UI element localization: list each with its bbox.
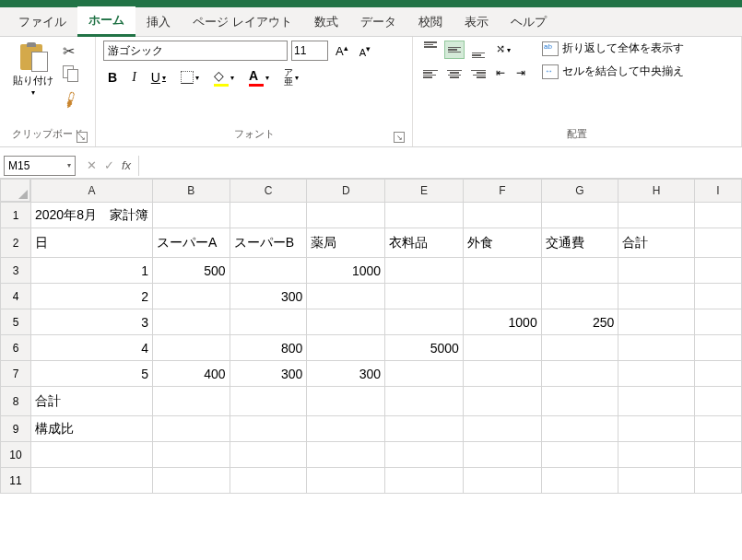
cell-B3[interactable]: 500 xyxy=(152,258,230,284)
cell-G10[interactable] xyxy=(541,442,618,468)
cell-B7[interactable]: 400 xyxy=(152,361,230,387)
cell-F3[interactable] xyxy=(463,258,541,284)
col-header-B[interactable]: B xyxy=(152,180,230,203)
select-all-button[interactable] xyxy=(1,180,30,202)
cell-C3[interactable] xyxy=(230,258,307,284)
col-header-F[interactable]: F xyxy=(463,180,541,203)
decrease-indent-button[interactable]: ⇤ xyxy=(492,64,509,83)
row-header-6[interactable]: 6 xyxy=(1,335,31,361)
cell-I7[interactable] xyxy=(694,361,741,387)
font-name-select[interactable] xyxy=(103,41,288,61)
cell-H2[interactable]: 合計 xyxy=(618,228,694,258)
cell-D6[interactable] xyxy=(307,335,385,361)
shrink-font-button[interactable]: A▾ xyxy=(356,42,374,60)
cell-C5[interactable] xyxy=(230,309,307,335)
cell-I1[interactable] xyxy=(694,203,741,228)
cell-I2[interactable] xyxy=(694,228,741,258)
font-size-select[interactable] xyxy=(291,41,328,61)
cell-I8[interactable] xyxy=(694,387,741,416)
align-top-button[interactable] xyxy=(420,41,441,59)
tab-data[interactable]: データ xyxy=(349,8,407,36)
tab-view[interactable]: 表示 xyxy=(453,8,500,36)
cell-H1[interactable] xyxy=(618,203,694,228)
cell-B9[interactable] xyxy=(152,416,230,442)
cell-E11[interactable] xyxy=(385,468,464,494)
format-painter-button[interactable]: 🖌 xyxy=(60,88,83,111)
orientation-button[interactable]: ⤭▾ xyxy=(492,41,514,59)
cell-B10[interactable] xyxy=(152,442,230,468)
cell-A9[interactable]: 構成比 xyxy=(31,416,153,442)
cell-G8[interactable] xyxy=(541,387,618,416)
paste-button[interactable]: 貼り付け ▾ xyxy=(7,41,59,99)
italic-button[interactable]: I xyxy=(127,68,141,87)
col-header-D[interactable]: D xyxy=(307,180,385,203)
cell-A11[interactable] xyxy=(31,468,153,494)
cell-B5[interactable] xyxy=(152,309,230,335)
cell-E2[interactable]: 衣料品 xyxy=(385,228,464,258)
bold-button[interactable]: B xyxy=(103,68,122,87)
cell-B1[interactable] xyxy=(152,203,230,228)
wrap-text-button[interactable]: ab 折り返して全体を表示す xyxy=(542,41,684,56)
row-header-2[interactable]: 2 xyxy=(1,228,31,258)
cell-B4[interactable] xyxy=(152,284,230,309)
cell-G5[interactable]: 250 xyxy=(541,309,618,335)
cell-I4[interactable] xyxy=(694,284,741,309)
cell-B2[interactable]: スーパーA xyxy=(152,228,230,258)
cell-E7[interactable] xyxy=(385,361,464,387)
cell-F11[interactable] xyxy=(463,468,541,494)
cell-A7[interactable]: 5 xyxy=(31,361,153,387)
cell-F2[interactable]: 外食 xyxy=(463,228,541,258)
cell-H6[interactable] xyxy=(618,335,694,361)
cell-E8[interactable] xyxy=(385,387,464,416)
cell-G7[interactable] xyxy=(541,361,618,387)
col-header-H[interactable]: H xyxy=(618,180,694,203)
cell-D5[interactable] xyxy=(307,309,385,335)
grow-font-button[interactable]: A▴ xyxy=(332,41,352,60)
cell-I9[interactable] xyxy=(694,416,741,442)
cell-C7[interactable]: 300 xyxy=(230,361,307,387)
cell-C11[interactable] xyxy=(230,468,307,494)
col-header-A[interactable]: A xyxy=(31,180,153,203)
cell-C4[interactable]: 300 xyxy=(230,284,307,309)
cell-F7[interactable] xyxy=(463,361,541,387)
cell-F10[interactable] xyxy=(463,442,541,468)
col-header-E[interactable]: E xyxy=(385,180,464,203)
cell-A8[interactable]: 合計 xyxy=(31,387,153,416)
row-header-3[interactable]: 3 xyxy=(1,258,31,284)
col-header-I[interactable]: I xyxy=(694,180,741,203)
cell-H10[interactable] xyxy=(618,442,694,468)
cell-D11[interactable] xyxy=(307,468,385,494)
cell-G4[interactable] xyxy=(541,284,618,309)
cell-A10[interactable] xyxy=(31,442,153,468)
cell-I5[interactable] xyxy=(694,309,741,335)
cell-H5[interactable] xyxy=(618,309,694,335)
cell-E9[interactable] xyxy=(385,416,464,442)
tab-review[interactable]: 校閲 xyxy=(407,8,453,36)
copy-button[interactable] xyxy=(63,65,79,86)
row-header-7[interactable]: 7 xyxy=(1,361,31,387)
cell-A6[interactable]: 4 xyxy=(31,335,153,361)
cell-G9[interactable] xyxy=(541,416,618,442)
row-header-8[interactable]: 8 xyxy=(1,387,31,416)
phonetic-button[interactable]: ア亜▾ xyxy=(279,66,303,88)
cell-A4[interactable]: 2 xyxy=(31,284,153,309)
cell-F9[interactable] xyxy=(463,416,541,442)
cell-A5[interactable]: 3 xyxy=(31,309,153,335)
underline-button[interactable]: U▾ xyxy=(147,68,171,87)
cell-E5[interactable] xyxy=(385,309,464,335)
name-box[interactable]: M15▾ xyxy=(4,156,76,176)
tab-file[interactable]: ファイル xyxy=(7,8,77,36)
merge-center-button[interactable]: ↔ セルを結合して中央揃え xyxy=(542,64,684,79)
cell-G11[interactable] xyxy=(541,468,618,494)
cell-F4[interactable] xyxy=(463,284,541,309)
font-launcher[interactable]: ↘ xyxy=(394,132,405,143)
font-color-button[interactable]: A▾ xyxy=(244,66,274,88)
cell-B8[interactable] xyxy=(152,387,230,416)
cell-D2[interactable]: 薬局 xyxy=(307,228,385,258)
clipboard-launcher[interactable]: ↘ xyxy=(77,132,88,143)
cell-E10[interactable] xyxy=(385,442,464,468)
cell-H7[interactable] xyxy=(618,361,694,387)
cell-B11[interactable] xyxy=(152,468,230,494)
cell-C9[interactable] xyxy=(230,416,307,442)
cell-E4[interactable] xyxy=(385,284,464,309)
